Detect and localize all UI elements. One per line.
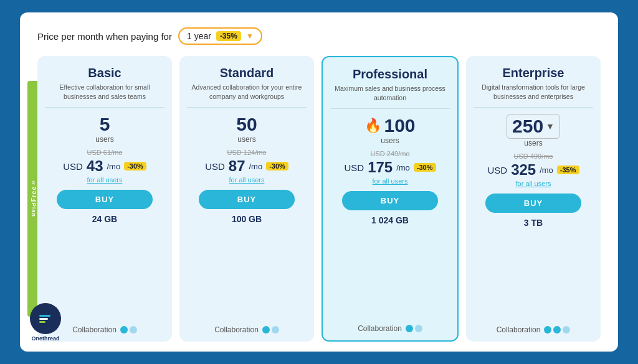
price-mo-standard: /mo: [249, 162, 263, 171]
users-dropdown-enterprise[interactable]: 250 ▼: [507, 114, 560, 139]
storage-enterprise: 3 TB: [524, 218, 543, 228]
divider-professional: [330, 108, 450, 109]
plan-label-text: Plan: [31, 203, 37, 217]
free-plan-label: Free: [31, 186, 37, 202]
dot-2: [553, 326, 561, 334]
for-all-link-standard[interactable]: for all users: [229, 176, 265, 184]
collab-dots-standard: [262, 326, 279, 334]
divider-enterprise: [474, 107, 593, 108]
period-value: 1 year: [187, 31, 211, 41]
users-label-professional: users: [381, 136, 399, 145]
price-discount-standard: -30%: [266, 162, 288, 170]
old-price-enterprise: USD 499/mo: [514, 152, 553, 160]
users-label-enterprise: users: [524, 139, 542, 147]
logo-circle: [30, 303, 61, 334]
collab-dots-enterprise: [544, 326, 570, 334]
buy-button-basic[interactable]: BUY: [57, 190, 153, 209]
price-big-professional: 175: [368, 159, 393, 176]
users-label-basic: users: [95, 135, 113, 144]
collab-row-professional: Collaboration: [358, 324, 422, 333]
dot-1: [120, 326, 128, 334]
dot-3: [563, 326, 570, 334]
price-big-basic: 43: [87, 157, 103, 175]
users-number-basic: 5: [100, 114, 110, 135]
price-row-enterprise: USD 325 /mo -35%: [487, 161, 579, 179]
period-selector[interactable]: 1 year -35% ▼: [178, 27, 262, 45]
plan-name-standard: Standard: [220, 66, 274, 80]
collab-label-professional: Collaboration: [358, 324, 402, 333]
users-section-enterprise: 250 ▼ users: [507, 114, 560, 147]
dot-2: [415, 325, 422, 332]
for-all-link-basic[interactable]: for all users: [87, 176, 123, 184]
collab-row-standard: Collaboration: [214, 325, 279, 334]
divider-standard: [187, 107, 307, 108]
svg-rect-2: [39, 321, 45, 323]
collab-dots-professional: [406, 325, 422, 332]
dot-1: [406, 325, 413, 332]
top-bar: Price per month when paying for 1 year -…: [37, 27, 601, 45]
users-label-standard: users: [237, 135, 255, 144]
buy-button-standard[interactable]: BUY: [199, 190, 295, 209]
logo-icon: [37, 310, 54, 327]
period-discount: -35%: [216, 31, 241, 41]
price-row-basic: USD 43 /mo -30%: [63, 157, 146, 175]
storage-basic: 24 GB: [92, 214, 117, 224]
users-section-standard: 50 users: [236, 114, 257, 144]
price-row-professional: USD 175 /mo -30%: [344, 159, 436, 176]
plan-desc-basic: Effective collaboration for small busine…: [45, 83, 164, 101]
old-price-standard: USD 124/mo: [227, 149, 267, 156]
plan-name-enterprise: Enterprise: [503, 66, 564, 80]
fire-icon: 🔥: [364, 118, 381, 134]
old-price-professional: USD 249/mo: [371, 150, 410, 157]
price-row-standard: USD 87 /mo -30%: [205, 157, 288, 175]
collab-label-basic: Collaboration: [72, 325, 117, 334]
outer-frame: Price per month when paying for 1 year -…: [0, 0, 638, 364]
plan-card-professional: Professional Maximum sales and business …: [321, 56, 459, 342]
svg-rect-0: [39, 315, 50, 317]
collab-row-enterprise: Collaboration: [497, 325, 571, 334]
collab-dots-basic: [120, 326, 137, 334]
main-card: Price per month when paying for 1 year -…: [20, 12, 618, 352]
buy-button-professional[interactable]: BUY: [342, 191, 438, 210]
price-prefix-professional: USD: [344, 162, 364, 173]
collab-label-standard: Collaboration: [214, 325, 259, 334]
dot-2: [130, 326, 137, 334]
price-discount-professional: -30%: [414, 163, 436, 172]
price-label: Price per month when paying for: [37, 31, 172, 42]
brand-name: Onethread: [31, 335, 59, 342]
storage-professional: 1 024 GB: [371, 215, 409, 225]
users-number-professional: 🔥 100: [364, 115, 415, 136]
plan-name-professional: Professional: [353, 67, 427, 82]
dot-1: [262, 326, 270, 334]
price-big-enterprise: 325: [511, 161, 536, 179]
old-price-basic: USD 61/mo: [87, 149, 123, 156]
users-section-professional: 🔥 100 users: [364, 115, 415, 145]
price-mo-professional: /mo: [396, 163, 410, 172]
price-prefix-basic: USD: [63, 161, 83, 172]
svg-rect-1: [39, 318, 48, 320]
plan-desc-standard: Advanced collaboration for your entire c…: [187, 83, 307, 101]
price-big-standard: 87: [229, 157, 245, 175]
users-number-standard: 50: [236, 114, 257, 135]
collab-row-basic: Collaboration: [72, 325, 137, 334]
plan-desc-professional: Maximum sales and business process autom…: [330, 84, 450, 102]
price-prefix-enterprise: USD: [487, 165, 507, 175]
price-prefix-standard: USD: [205, 161, 225, 172]
plan-card-enterprise: Enterprise Digital transformation tools …: [466, 56, 601, 342]
dot-2: [272, 326, 279, 334]
dot-1: [544, 326, 551, 334]
users-number-enterprise: 250: [512, 116, 543, 137]
price-mo-enterprise: /mo: [540, 166, 553, 175]
buy-button-enterprise[interactable]: BUY: [485, 194, 581, 213]
logo-area: Onethread: [30, 303, 61, 342]
collab-label-enterprise: Collaboration: [497, 325, 541, 334]
plan-name-basic: Basic: [88, 66, 121, 80]
for-all-link-enterprise[interactable]: for all users: [516, 180, 551, 187]
plans-row: « Free Plan Basic Effective collaboratio…: [37, 56, 601, 342]
plan-card-basic: Basic Effective collaboration for small …: [37, 56, 172, 342]
plan-card-standard: Standard Advanced collaboration for your…: [179, 56, 314, 342]
divider-basic: [45, 107, 164, 108]
users-section-basic: 5 users: [95, 114, 113, 144]
for-all-link-professional[interactable]: for all users: [373, 177, 408, 185]
price-mo-basic: /mo: [107, 162, 121, 171]
